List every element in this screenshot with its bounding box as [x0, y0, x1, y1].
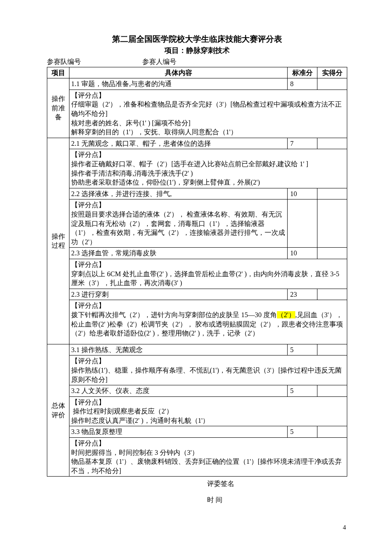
team-id-label: 参赛队编号 — [47, 57, 141, 66]
category-overall: 总体评价 — [47, 344, 69, 477]
actual-score — [317, 199, 347, 248]
table-row: 操作前准备 1.1 审题，物品准备,与患者的沟通 8 — [47, 78, 347, 90]
item-title: 2.3 选择血管，常规消毒皮肤 — [69, 248, 288, 259]
item-detail: 【评分点】 操作过程时刻观察患者反应（2'） 操作时态度认真严谨(2' )，沟通… — [69, 396, 347, 426]
person-id-label: 参赛人编号 — [142, 58, 176, 65]
item-detail: 【评分点】 仔细审题（2'），准备和检查物品是否齐全完好（3'）[物品检查过程中… — [69, 90, 347, 138]
category-prep: 操作前准备 — [47, 78, 69, 138]
judge-sign-label: 评委签名 — [207, 478, 347, 489]
time-label: 时 间 — [207, 494, 347, 506]
actual-score — [317, 344, 347, 356]
table-row: 总体评价 3.1 操作熟练、无菌观念 5 — [47, 344, 347, 356]
table-row: 操作过程 2.1 无菌观念，戴口罩、帽子，患者体位的选择 7 — [47, 138, 347, 149]
table-row: 2.2 选择液体，并进行连接、排气, 10 — [47, 188, 347, 199]
item-title: 3.3 物品复原整理 — [69, 426, 288, 438]
actual-score — [317, 289, 347, 300]
std-score: 23 — [288, 289, 317, 300]
table-row: 【评分点】 拨下针帽再次排气（2'），进针方向与穿刺部位的皮肤呈 15—30 度… — [47, 300, 347, 344]
item-title: 2.2 选择液体，并进行连接、排气, — [69, 188, 288, 199]
table-row: 3.3 物品复原整理 5 — [47, 426, 347, 438]
col-actual-score: 实得分 — [317, 67, 347, 78]
table-row: 2.3 选择血管，常规消毒皮肤 10 — [47, 248, 347, 259]
std-score: 7 — [288, 138, 317, 149]
document-subtitle: 项目：静脉穿刺技术 — [47, 46, 347, 56]
std-score: 5 — [288, 385, 317, 397]
item-title: 3.2 人文关怀、仪表、态度 — [69, 385, 288, 397]
page-number: 4 — [343, 524, 346, 531]
item-title: 2.3 进行穿刺 — [69, 289, 288, 300]
std-score: 10 — [288, 188, 317, 199]
item-title: 3.1 操作熟练、无菌观念 — [69, 344, 288, 356]
id-line: 参赛队编号 参赛人编号 — [47, 57, 347, 66]
std-score — [288, 199, 317, 248]
actual-score — [317, 385, 347, 397]
actual-score — [317, 188, 347, 199]
actual-score — [317, 248, 347, 259]
table-row: 【评分点】 穿刺点以上 6CM 处扎止血带(2' )，选择血管后松止血带(2' … — [47, 259, 347, 289]
std-score: 5 — [288, 426, 317, 438]
std-score: 10 — [288, 248, 317, 259]
item-detail: 【评分点】 按照题目要求选择合适的液体（2'）， 检查液体名称、有效期、有无沉淀… — [69, 199, 288, 248]
table-row: 【评分点】 时间把握得当，时间控制在 3 分钟内（3'） 物品基本复原（1'）、… — [47, 438, 347, 477]
footer: 评委签名 时 间 — [47, 478, 347, 505]
table-row: 2.3 进行穿刺 23 — [47, 289, 347, 300]
item-title: 1.1 审题，物品准备,与患者的沟通 — [69, 78, 288, 90]
table-row: 【评分点】 操作者正确戴好口罩、帽子（2'）[选手在进入比赛站点前已全部戴好,建… — [47, 149, 347, 188]
item-detail: 【评分点】 时间把握得当，时间控制在 3 分钟内（3'） 物品基本复原（1'）、… — [69, 438, 347, 477]
table-row: 【评分点】 仔细审题（2'），准备和检查物品是否齐全完好（3'）[物品检查过程中… — [47, 90, 347, 138]
actual-score — [317, 138, 347, 149]
actual-score — [317, 78, 347, 90]
category-process: 操作过程 — [47, 138, 69, 344]
actual-score — [317, 426, 347, 438]
std-score: 8 — [288, 78, 317, 90]
table-row: 【评分点】 操作熟练(1')、稳重，操作顺序有条理、不慌乱(1')，有无菌意识（… — [47, 356, 347, 385]
table-row: 【评分点】 按照题目要求选择合适的液体（2'）， 检查液体名称、有效期、有无沉淀… — [47, 199, 347, 248]
table-row: 3.2 人文关怀、仪表、态度 5 — [47, 385, 347, 397]
item-title: 2.1 无菌观念，戴口罩、帽子，患者体位的选择 — [69, 138, 288, 149]
table-row: 【评分点】 操作过程时刻观察患者反应（2'） 操作时态度认真严谨(2' )，沟通… — [47, 396, 347, 426]
col-content: 具体内容 — [69, 67, 288, 78]
highlight: （2'） — [277, 311, 295, 318]
scoring-table: 项目 具体内容 标准分 实得分 操作前准备 1.1 审题，物品准备,与患者的沟通… — [47, 67, 347, 477]
col-category: 项目 — [47, 67, 69, 78]
item-detail: 【评分点】 操作者正确戴好口罩、帽子（2'）[选手在进入比赛站点前已全部戴好,建… — [69, 149, 347, 188]
item-detail: 【评分点】 拨下针帽再次排气（2'），进针方向与穿刺部位的皮肤呈 15—30 度… — [69, 300, 347, 344]
std-score: 5 — [288, 344, 317, 356]
table-header-row: 项目 具体内容 标准分 实得分 — [47, 67, 347, 78]
item-detail: 【评分点】 操作熟练(1')、稳重，操作顺序有条理、不慌乱(1')，有无菌意识（… — [69, 356, 347, 385]
document-title: 第二届全国医学院校大学生临床技能大赛评分表 — [47, 33, 347, 46]
col-standard-score: 标准分 — [288, 67, 317, 78]
item-detail: 【评分点】 穿刺点以上 6CM 处扎止血带(2' )，选择血管后松止血带(2' … — [69, 259, 347, 289]
